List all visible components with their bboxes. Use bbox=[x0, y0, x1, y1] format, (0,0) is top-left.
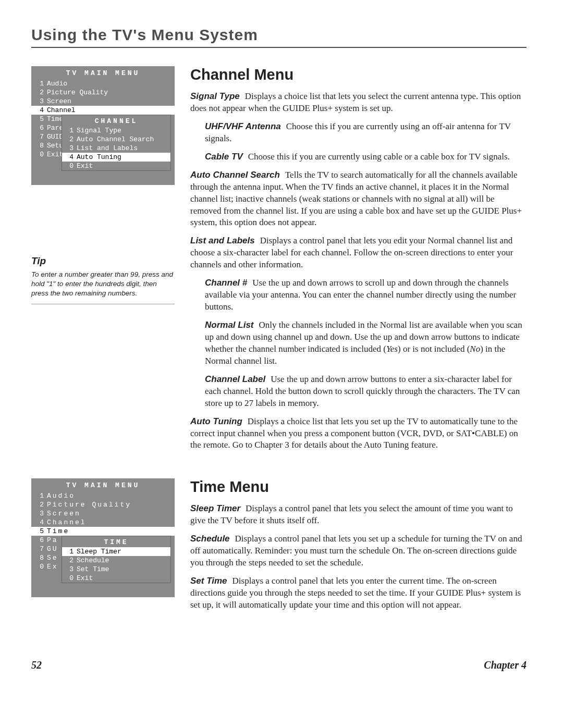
page-number: 52 bbox=[31, 659, 42, 671]
tv-row: 4Channel bbox=[31, 518, 175, 527]
tv-menu-time: TV MAIN MENU 1Audio 2Picture Quality 3Sc… bbox=[31, 478, 175, 597]
channel-heading: Channel Menu bbox=[190, 66, 527, 83]
submenu-title: TIME bbox=[62, 536, 170, 547]
tv-row: 1Audio bbox=[31, 491, 175, 500]
tip-text: To enter a number greater than 99, press… bbox=[31, 270, 175, 304]
para-chnum: Channel #Use the up and down arrows to s… bbox=[205, 277, 527, 313]
tv-row: 3Screen bbox=[31, 509, 175, 518]
sub-row-selected: 4Auto Tuning bbox=[62, 153, 170, 162]
sub-row: 2Schedule bbox=[62, 556, 170, 565]
tv-row-selected: 4Channel bbox=[31, 106, 175, 115]
right-column-1: Channel Menu Signal TypeDisplays a choic… bbox=[190, 66, 527, 458]
tip-heading: Tip bbox=[31, 255, 175, 267]
time-heading: Time Menu bbox=[190, 478, 527, 496]
para-list: List and LabelsDisplays a control panel … bbox=[190, 235, 527, 271]
tv-row-selected: 5Time bbox=[31, 527, 175, 536]
tv-row: 2Picture Quality bbox=[31, 500, 175, 509]
para-auto: Auto TuningDisplays a choice list that l… bbox=[190, 416, 527, 452]
page-footer: 52 Chapter 4 bbox=[31, 659, 527, 671]
page-title: Using the TV's Menu System bbox=[31, 26, 527, 48]
para-normal: Normal ListOnly the channels included in… bbox=[205, 319, 527, 367]
tv-menu-channel: TV MAIN MENU 1Audio 2Picture Quality 3Sc… bbox=[31, 66, 175, 185]
tv-row: 2Picture Quality bbox=[31, 88, 175, 97]
tv-menu-title: TV MAIN MENU bbox=[31, 478, 175, 491]
para-settime: Set TimeDisplays a control panel that le… bbox=[190, 575, 527, 611]
para-label: Channel LabelUse the up and down arrow b… bbox=[205, 374, 527, 410]
para-uhf: UHF/VHF AntennaChoose this if you are cu… bbox=[205, 121, 527, 145]
sub-row: 2Auto Channel Search bbox=[62, 135, 170, 144]
tv-menu-title: TV MAIN MENU bbox=[31, 66, 175, 79]
submenu-title: CHANNEL bbox=[62, 115, 170, 126]
sub-row: 3Set Time bbox=[62, 565, 170, 574]
sub-row: 0Exit bbox=[62, 162, 170, 170]
section-channel: TV MAIN MENU 1Audio 2Picture Quality 3Sc… bbox=[31, 66, 527, 458]
chapter-label: Chapter 4 bbox=[484, 659, 527, 671]
sub-row: 0Exit bbox=[62, 574, 170, 583]
para-acs: Auto Channel SearchTells the TV to searc… bbox=[190, 169, 527, 229]
tip-block: Tip To enter a number greater than 99, p… bbox=[31, 255, 175, 304]
para-cable: Cable TVChoose this if you are currently… bbox=[205, 151, 527, 163]
right-column-2: Time Menu Sleep TimerDisplays a control … bbox=[190, 478, 527, 618]
section-time: TV MAIN MENU 1Audio 2Picture Quality 3Sc… bbox=[31, 478, 527, 618]
tv-row: 1Audio bbox=[31, 79, 175, 88]
submenu-channel: CHANNEL 1Signal Type 2Auto Channel Searc… bbox=[62, 115, 171, 171]
sub-row: 3List and Labels bbox=[62, 144, 170, 153]
para-sleep: Sleep TimerDisplays a control panel that… bbox=[190, 503, 527, 527]
submenu-time: TIME 1Sleep Timer 2Schedule 3Set Time 0E… bbox=[62, 536, 171, 583]
sub-row: 1Signal Type bbox=[62, 126, 170, 135]
tv-row: 3Screen bbox=[31, 97, 175, 106]
para-schedule: ScheduleDisplays a control panel that le… bbox=[190, 533, 527, 569]
para-signal-type: Signal TypeDisplays a choice list that l… bbox=[190, 91, 527, 115]
left-column-2: TV MAIN MENU 1Audio 2Picture Quality 3Sc… bbox=[31, 478, 175, 602]
left-column-1: TV MAIN MENU 1Audio 2Picture Quality 3Sc… bbox=[31, 66, 175, 304]
sub-row-selected: 1Sleep Timer bbox=[62, 547, 170, 556]
